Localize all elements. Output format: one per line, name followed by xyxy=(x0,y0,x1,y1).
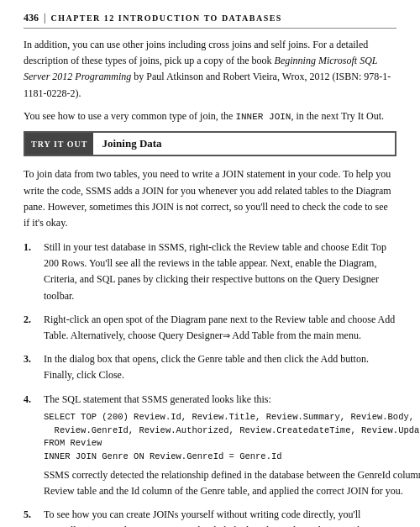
step-1-text: Still in your test database in SSMS, rig… xyxy=(44,241,386,302)
try-it-out-title-area: Joining Data xyxy=(93,133,395,155)
step-1-number: 1. xyxy=(24,240,39,256)
step-5: 5. To see how you can create JOINs yours… xyxy=(24,507,396,527)
step-3-number: 3. xyxy=(24,351,39,367)
step-3-text: In the dialog box that opens, click the … xyxy=(44,353,369,381)
step-2-number: 2. xyxy=(24,312,39,328)
step-5-content: To see how you can create JOINs yourself… xyxy=(44,507,396,527)
try-it-out-label: TRY IT OUT xyxy=(25,133,93,155)
step-1-content: Still in your test database in SSMS, rig… xyxy=(44,240,396,304)
intro-paragraph-2: You see how to use a very common type of… xyxy=(24,108,396,125)
page-number: 436 xyxy=(24,12,39,24)
chapter-label: CHAPTER 12 INTRODUCTION TO DATABASES xyxy=(50,13,282,23)
step-3-content: In the dialog box that opens, click the … xyxy=(44,351,396,383)
step-4-content: The SQL statement that SSMS generated lo… xyxy=(44,392,420,500)
step-3: 3. In the dialog box that opens, click t… xyxy=(24,351,396,383)
step-1: 1. Still in your test database in SSMS, … xyxy=(24,240,396,304)
steps-list: 1. Still in your test database in SSMS, … xyxy=(24,240,396,527)
step-5-number: 5. xyxy=(24,507,39,523)
step-2-text: Right-click an open spot of the Diagram … xyxy=(44,314,395,341)
section-intro: To join data from two tables, you need t… xyxy=(24,166,396,231)
step-5-text: To see how you can create JOINs yourself… xyxy=(44,509,385,527)
step-4-number: 4. xyxy=(24,392,39,408)
step-4: 4. The SQL statement that SSMS generated… xyxy=(24,392,396,500)
step-4-text: The SQL statement that SSMS generated lo… xyxy=(44,393,271,405)
step-2: 2. Right-click an open spot of the Diagr… xyxy=(24,312,396,344)
step-2-content: Right-click an open spot of the Diagram … xyxy=(44,312,396,344)
page-container: 436 | CHAPTER 12 INTRODUCTION TO DATABAS… xyxy=(0,0,420,527)
page-header: 436 | CHAPTER 12 INTRODUCTION TO DATABAS… xyxy=(24,12,396,29)
step-4-after: SSMS correctly detected the relationship… xyxy=(44,467,420,499)
intro-paragraph-1: In addition, you can use other joins inc… xyxy=(24,37,396,102)
step-4-code: SELECT TOP (200) Review.Id, Review.Title… xyxy=(44,411,420,464)
try-it-out-box: TRY IT OUT Joining Data xyxy=(24,131,396,156)
header-divider: | xyxy=(44,12,45,24)
try-it-out-title: Joining Data xyxy=(102,137,161,150)
